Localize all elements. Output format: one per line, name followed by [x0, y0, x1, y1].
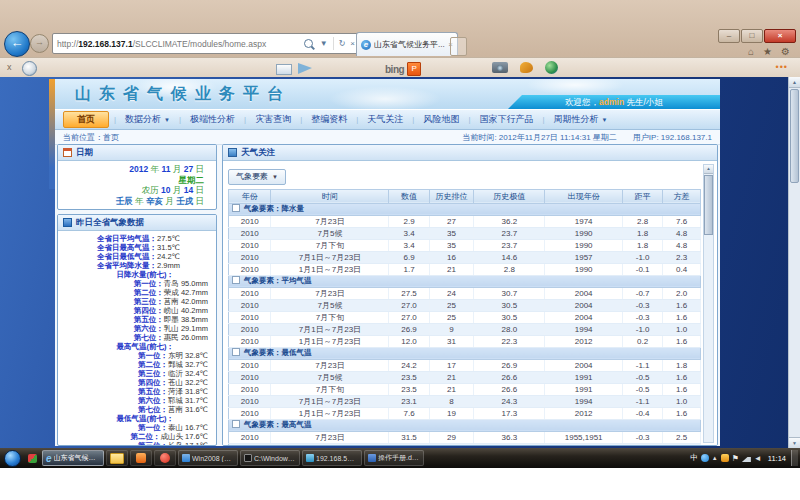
- search-dropdown-icon[interactable]: ▼: [320, 39, 328, 48]
- mail-icon[interactable]: [276, 64, 292, 75]
- column-header[interactable]: 时间: [271, 189, 389, 203]
- nav-item-weather-focus[interactable]: 天气关注: [358, 113, 412, 126]
- table-row[interactable]: 20107月1日～7月23日6.91614.61957-1.02.3: [229, 251, 701, 263]
- table-row[interactable]: 20107月下旬27.02530.52004-0.31.6: [229, 311, 701, 323]
- collapse-checkbox[interactable]: [232, 276, 240, 284]
- stop-icon[interactable]: ×: [350, 39, 355, 48]
- collapse-checkbox[interactable]: [232, 348, 240, 356]
- browser-tab[interactable]: e 山东省气候业务平... ×: [356, 32, 458, 56]
- table-cell: 7月23日: [271, 215, 389, 227]
- nav-item-compiled-data[interactable]: 整编资料: [302, 113, 356, 126]
- action-center-flag-icon[interactable]: ⚑: [732, 454, 739, 463]
- table-group-row[interactable]: 气象要素：最低气温: [229, 347, 701, 359]
- start-button[interactable]: [4, 450, 21, 467]
- toolbar-overflow-icon[interactable]: •••: [776, 62, 788, 72]
- show-hidden-icons-arrow[interactable]: ▲: [712, 455, 718, 461]
- qq-tray-icon[interactable]: [701, 454, 709, 462]
- column-header[interactable]: 方差: [663, 189, 701, 203]
- nav-item-extreme-analysis[interactable]: 极端性分析: [181, 113, 244, 126]
- collapse-checkbox[interactable]: [232, 420, 240, 428]
- table-cell: 1.7: [389, 263, 429, 275]
- browser-scrollbar[interactable]: ▲ ▼: [788, 77, 800, 448]
- nav-item-risk-map[interactable]: 风险地图: [414, 113, 468, 126]
- nav-item-data-analysis[interactable]: 数据分析▼: [116, 113, 179, 126]
- column-header[interactable]: 出现年份: [545, 189, 623, 203]
- table-group-row[interactable]: 气象要素：最高气温: [229, 419, 701, 431]
- column-header[interactable]: 历史极值: [474, 189, 545, 203]
- scroll-up-icon[interactable]: ▲: [789, 77, 800, 88]
- weather-stat: 全省日最低气温：24.2℃: [58, 252, 216, 261]
- table-row[interactable]: 20101月1日～7月23日7.61917.32012-0.41.6: [229, 407, 701, 419]
- table-row[interactable]: 20107月5候31.42535.31951-0.31.9: [229, 443, 701, 445]
- table-row[interactable]: 20107月23日31.52936.31955,1951-0.32.5: [229, 431, 701, 443]
- nav-item-home[interactable]: 首页: [63, 111, 109, 128]
- scroll-up-icon[interactable]: ▲: [704, 165, 713, 174]
- table-row[interactable]: 20107月5候3.43523.719901.84.8: [229, 227, 701, 239]
- panel-scrollbar[interactable]: ▲: [703, 164, 714, 443]
- camera-icon[interactable]: [492, 62, 508, 73]
- refresh-icon[interactable]: ↻: [339, 39, 346, 48]
- taskbar-active-window[interactable]: e 山东省气候业...: [42, 450, 104, 466]
- table-cell: 27: [429, 215, 474, 227]
- table-row[interactable]: 20107月下旬3.43523.719901.84.8: [229, 239, 701, 251]
- collapse-checkbox[interactable]: [232, 204, 240, 212]
- taskbar-pinned-icon[interactable]: [28, 454, 37, 463]
- sogou-tray-icon[interactable]: [721, 454, 729, 462]
- nav-item-disaster-query[interactable]: 灾害查询: [246, 113, 300, 126]
- forward-button[interactable]: →: [30, 34, 49, 53]
- scrollbar-thumb[interactable]: [790, 89, 799, 183]
- nav-item-national-products[interactable]: 国家下行产品: [471, 113, 543, 126]
- toolbar-close-icon[interactable]: x: [7, 62, 12, 72]
- home-icon[interactable]: ⌂: [748, 46, 754, 57]
- element-filter-button[interactable]: 气象要素 ▼: [228, 169, 286, 185]
- scroll-down-icon[interactable]: ▼: [789, 437, 800, 448]
- bing-logo[interactable]: bing P: [385, 62, 421, 76]
- weather-rank-item: 第五位：菏泽 31.8℃: [58, 387, 216, 396]
- table-row[interactable]: 20101月1日～7月23日12.03122.320120.21.6: [229, 335, 701, 347]
- taskbar-clock[interactable]: 11:14: [768, 454, 786, 463]
- show-desktop-button[interactable]: [791, 450, 798, 466]
- column-header[interactable]: 年份: [229, 189, 271, 203]
- send-icon[interactable]: [298, 63, 312, 74]
- volume-icon[interactable]: ◄: [754, 454, 762, 463]
- taskbar-window-button[interactable]: C:\Windows\s...: [240, 450, 300, 466]
- table-row[interactable]: 20107月23日2.92736.219742.87.6: [229, 215, 701, 227]
- bird-icon[interactable]: [520, 62, 533, 73]
- taskbar-app-button-orange[interactable]: [130, 450, 152, 466]
- table-row[interactable]: 20107月下旬23.52126.61991-0.51.6: [229, 383, 701, 395]
- taskbar-window-button[interactable]: 操作手册.docx ...: [364, 450, 424, 466]
- maximize-button[interactable]: □: [741, 29, 763, 43]
- weather-rank-item: 第二位：荣成 42.7mm: [58, 288, 216, 297]
- favorites-star-icon[interactable]: ★: [763, 46, 772, 57]
- explorer-button[interactable]: [106, 450, 128, 466]
- scrollbar-thumb[interactable]: [704, 175, 713, 235]
- bing-search-icon[interactable]: P: [407, 62, 421, 76]
- table-group-row[interactable]: 气象要素：平均气温: [229, 275, 701, 287]
- globe-icon[interactable]: [545, 61, 558, 74]
- address-bar[interactable]: http://192.168.137.1/SLCCLIMATE/modules/…: [52, 33, 360, 54]
- close-button[interactable]: ×: [764, 29, 796, 43]
- table-row[interactable]: 20107月5候27.02530.52004-0.31.6: [229, 299, 701, 311]
- minimize-button[interactable]: –: [718, 29, 740, 43]
- table-row[interactable]: 20107月23日24.21726.92004-1.11.8: [229, 359, 701, 371]
- network-icon[interactable]: [742, 454, 751, 462]
- ime-indicator[interactable]: 中: [690, 453, 698, 463]
- search-icon[interactable]: [304, 39, 313, 48]
- table-row[interactable]: 20107月1日～7月23日23.1824.31994-1.11.0: [229, 395, 701, 407]
- table-row[interactable]: 20107月5候23.52126.61991-0.51.6: [229, 371, 701, 383]
- nav-item-periodic-analysis[interactable]: 周期性分析▼: [545, 113, 617, 126]
- taskbar-window-button[interactable]: Win2008 (V52...: [178, 450, 238, 466]
- new-tab-button[interactable]: [450, 37, 467, 56]
- table-row[interactable]: 20101月1日～7月23日1.7212.81990-0.10.4: [229, 263, 701, 275]
- table-group-row[interactable]: 气象要素：降水量: [229, 203, 701, 215]
- gear-icon[interactable]: ⚙: [781, 46, 790, 57]
- column-header[interactable]: 距平: [623, 189, 663, 203]
- taskbar-window-button[interactable]: 192.168.59.99...: [302, 450, 362, 466]
- column-header[interactable]: 历史排位: [429, 189, 474, 203]
- column-header[interactable]: 数值: [389, 189, 429, 203]
- taskbar-app-button-red[interactable]: [154, 450, 176, 466]
- table-row[interactable]: 20107月23日27.52430.72004-0.72.0: [229, 287, 701, 299]
- back-button[interactable]: ←: [4, 31, 30, 57]
- table-row[interactable]: 20107月1日～7月23日26.9928.01994-1.01.0: [229, 323, 701, 335]
- toolbar-logo-icon[interactable]: [22, 61, 37, 76]
